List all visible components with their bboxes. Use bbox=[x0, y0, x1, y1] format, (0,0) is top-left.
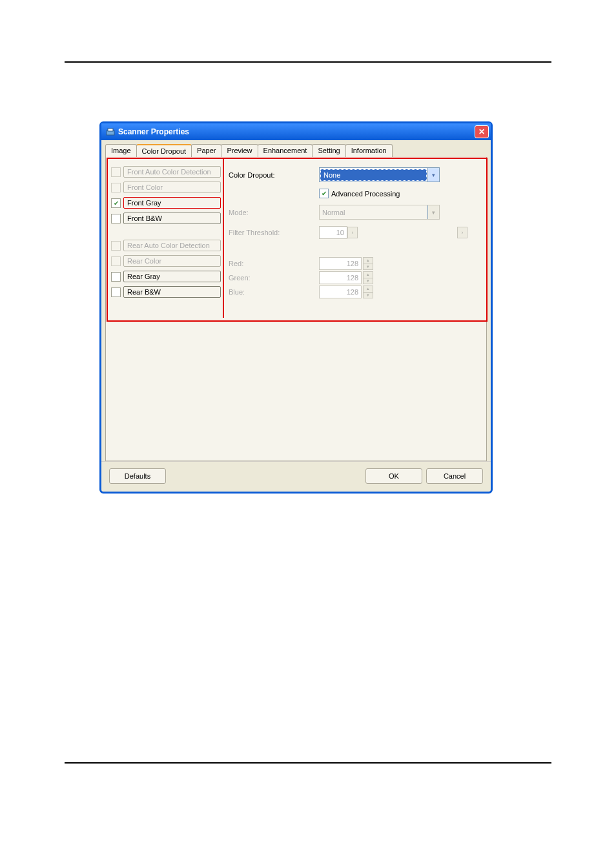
ok-button[interactable]: OK bbox=[365, 468, 422, 484]
checkbox-front-gray[interactable]: ✔ bbox=[111, 198, 121, 208]
filter-threshold-value[interactable]: 10 bbox=[319, 226, 347, 239]
red-highlight-divider bbox=[223, 159, 224, 318]
advanced-processing-label: Advanced Processing bbox=[331, 190, 400, 198]
spinner-up-icon: ▴ bbox=[364, 258, 373, 264]
footer-button-group: OK Cancel bbox=[365, 468, 483, 484]
tab-preview[interactable]: Preview bbox=[221, 144, 258, 157]
spinner-up-icon: ▴ bbox=[364, 272, 373, 278]
checkbox-row-front-color: Front Color bbox=[111, 182, 221, 193]
tab-label: Setting bbox=[318, 147, 340, 154]
row-color-dropout: Color Dropout: None ▾ bbox=[229, 167, 481, 182]
tab-label: Information bbox=[351, 147, 387, 154]
tab-image[interactable]: Image bbox=[105, 144, 137, 157]
tab-paper[interactable]: Paper bbox=[191, 144, 221, 157]
side-label[interactable]: Front Auto Color Detection bbox=[123, 166, 221, 178]
tab-setting[interactable]: Setting bbox=[312, 144, 345, 157]
checkbox-front-color[interactable] bbox=[111, 183, 121, 192]
red-label: Red: bbox=[229, 260, 319, 267]
filter-threshold-label: Filter Threshold: bbox=[229, 229, 319, 236]
filter-threshold-control: 10 ‹ › bbox=[319, 226, 467, 239]
chevron-down-icon: ▾ bbox=[427, 205, 439, 219]
row-red: Red: 128 ▴ ▾ bbox=[229, 257, 481, 270]
select-value: Normal bbox=[320, 207, 427, 218]
blue-label: Blue: bbox=[229, 288, 319, 296]
mode-select[interactable]: Normal ▾ bbox=[319, 205, 440, 220]
checkbox-advanced-processing[interactable]: ✔ bbox=[319, 189, 329, 198]
checkbox-rear-auto-color[interactable] bbox=[111, 241, 121, 251]
side-label[interactable]: Front Gray bbox=[123, 197, 221, 209]
spinner-up-icon: ▴ bbox=[364, 286, 373, 293]
spinner-down-icon: ▾ bbox=[364, 264, 373, 270]
dialog-wrapper: Scanner Properties ✕ Image Color Dropout… bbox=[99, 121, 493, 494]
checkbox-row-rear-gray: Rear Gray bbox=[111, 271, 221, 282]
tab-enhancement[interactable]: Enhancement bbox=[258, 144, 313, 157]
checkbox-rear-bw[interactable] bbox=[111, 287, 121, 297]
chevron-down-icon: ▾ bbox=[427, 168, 439, 182]
chevron-right-icon: › bbox=[462, 229, 464, 236]
checkbox-row-rear-bw: Rear B&W bbox=[111, 286, 221, 298]
checkbox-rear-gray[interactable] bbox=[111, 272, 121, 282]
row-advanced-processing: ✔ Advanced Processing bbox=[319, 189, 481, 198]
close-icon: ✕ bbox=[478, 127, 485, 136]
row-mode: Mode: Normal ▾ bbox=[229, 205, 481, 220]
checkbox-row-front-gray: ✔ Front Gray bbox=[111, 197, 221, 209]
checkbox-row-front-auto-color: Front Auto Color Detection bbox=[111, 166, 221, 178]
window-title: Scanner Properties bbox=[118, 127, 475, 136]
green-value[interactable]: 128 bbox=[319, 271, 362, 284]
tab-body: Front Auto Color Detection Front Color ✔… bbox=[105, 157, 487, 461]
tab-label: Enhancement bbox=[263, 147, 307, 154]
side-selection-panel: Front Auto Color Detection Front Color ✔… bbox=[111, 166, 221, 302]
app-icon bbox=[105, 127, 116, 137]
side-label[interactable]: Front B&W bbox=[123, 213, 221, 224]
slider-left-button[interactable]: ‹ bbox=[347, 227, 358, 238]
slider-track[interactable] bbox=[359, 227, 456, 238]
row-filter-threshold: Filter Threshold: 10 ‹ › bbox=[229, 226, 481, 239]
green-spinner[interactable]: ▴ ▾ bbox=[363, 271, 373, 284]
document-page: Scanner Properties ✕ Image Color Dropout… bbox=[0, 0, 616, 863]
blue-value[interactable]: 128 bbox=[319, 286, 362, 298]
tab-strip: Image Color Dropout Paper Preview Enhanc… bbox=[101, 140, 491, 157]
slider-right-button[interactable]: › bbox=[457, 227, 467, 238]
chevron-left-icon: ‹ bbox=[352, 229, 354, 236]
green-label: Green: bbox=[229, 274, 319, 282]
side-label[interactable]: Rear Gray bbox=[123, 271, 221, 282]
color-dropout-select[interactable]: None ▾ bbox=[319, 167, 440, 182]
cancel-button[interactable]: Cancel bbox=[426, 468, 483, 484]
side-label[interactable]: Rear B&W bbox=[123, 286, 221, 298]
scanner-properties-dialog: Scanner Properties ✕ Image Color Dropout… bbox=[99, 121, 493, 494]
svg-rect-1 bbox=[108, 129, 113, 131]
checkbox-rear-color[interactable] bbox=[111, 256, 121, 266]
select-value: None bbox=[320, 169, 427, 181]
side-label[interactable]: Front Color bbox=[123, 182, 221, 193]
dialog-footer: Defaults OK Cancel bbox=[101, 461, 491, 492]
red-value[interactable]: 128 bbox=[319, 257, 362, 270]
close-button[interactable]: ✕ bbox=[475, 125, 489, 138]
checkbox-row-front-bw: Front B&W bbox=[111, 213, 221, 224]
color-dropout-panel: Color Dropout: None ▾ ✔ Advanced Process… bbox=[229, 167, 481, 298]
side-label[interactable]: Rear Color bbox=[123, 255, 221, 267]
red-spinner[interactable]: ▴ ▾ bbox=[363, 257, 373, 270]
blue-spinner[interactable]: ▴ ▾ bbox=[363, 286, 373, 298]
defaults-button[interactable]: Defaults bbox=[109, 468, 166, 484]
checkbox-front-bw[interactable] bbox=[111, 214, 121, 224]
tab-color-dropout[interactable]: Color Dropout bbox=[136, 144, 192, 157]
tab-label: Color Dropout bbox=[142, 147, 186, 155]
tab-information[interactable]: Information bbox=[345, 144, 393, 157]
color-dropout-label: Color Dropout: bbox=[229, 171, 319, 179]
side-label[interactable]: Rear Auto Color Detection bbox=[123, 240, 221, 251]
spinner-down-icon: ▾ bbox=[364, 293, 373, 298]
title-bar[interactable]: Scanner Properties ✕ bbox=[101, 123, 491, 140]
tab-label: Paper bbox=[197, 147, 216, 154]
footer-rule bbox=[65, 762, 551, 764]
checkbox-row-rear-color: Rear Color bbox=[111, 255, 221, 267]
checkbox-front-auto-color[interactable] bbox=[111, 167, 121, 177]
mode-label: Mode: bbox=[229, 209, 319, 216]
row-blue: Blue: 128 ▴ ▾ bbox=[229, 286, 481, 298]
tab-label: Image bbox=[111, 147, 131, 154]
spinner-down-icon: ▾ bbox=[364, 278, 373, 284]
row-green: Green: 128 ▴ ▾ bbox=[229, 271, 481, 284]
header-rule bbox=[65, 61, 551, 63]
checkbox-row-rear-auto-color: Rear Auto Color Detection bbox=[111, 240, 221, 251]
tab-label: Preview bbox=[227, 147, 252, 154]
